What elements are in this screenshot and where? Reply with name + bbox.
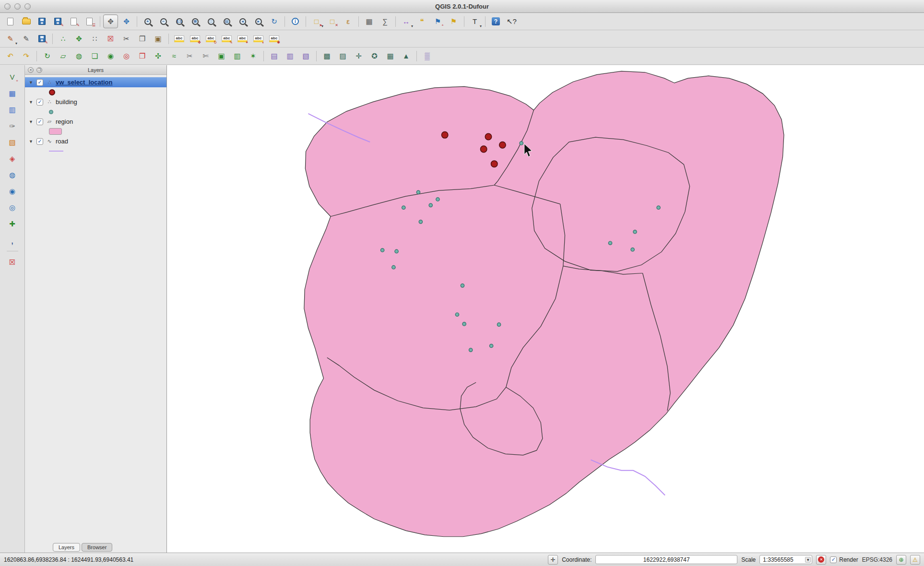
select-by-location-button[interactable]: ▩ bbox=[320, 49, 334, 63]
move-feature-button[interactable]: ✥ bbox=[71, 32, 86, 46]
db-manager-button[interactable]: ▤ bbox=[267, 49, 282, 63]
layer-expand-arrow[interactable]: ▼ bbox=[29, 139, 34, 144]
layer-visibility-checkbox[interactable]: ✓ bbox=[36, 118, 43, 125]
add-raster-layer-button[interactable]: ▦ bbox=[5, 86, 20, 100]
undo-button[interactable]: ↶ bbox=[3, 49, 18, 63]
add-spatialite-layer-button[interactable]: ✑ bbox=[5, 119, 20, 133]
show-bookmarks-button[interactable]: ⚑ bbox=[446, 14, 461, 28]
zoom-in-button[interactable]: + bbox=[140, 14, 155, 28]
mouse-position-toggle-button[interactable]: ✛ bbox=[548, 555, 558, 565]
coordinate-capture-button[interactable]: ✛ bbox=[351, 49, 366, 63]
map-svg[interactable] bbox=[167, 65, 924, 553]
scale-combo[interactable]: 1:33565585 ▾ bbox=[759, 555, 812, 564]
map-tips-button[interactable]: ❝ bbox=[415, 14, 429, 28]
new-print-composer-button[interactable]: ✎ bbox=[66, 14, 81, 28]
new-bookmark-button[interactable]: ⚑+ bbox=[430, 14, 445, 28]
topology-checker-button[interactable]: ▧ bbox=[298, 49, 313, 63]
layer-item-road[interactable]: ▼✓∿road bbox=[25, 136, 166, 146]
open-attribute-table-button[interactable]: ▦ bbox=[362, 14, 377, 28]
add-wcs-layer-button[interactable]: ◉ bbox=[5, 184, 20, 198]
pan-map-button[interactable]: ✥ bbox=[103, 14, 118, 28]
layer-item-building[interactable]: ▼✓∴building bbox=[25, 97, 166, 107]
pan-to-selection-button[interactable]: ✥ bbox=[119, 14, 134, 28]
add-mssql-layer-button[interactable]: ▧ bbox=[5, 135, 20, 149]
field-calculator-button[interactable]: ∑ bbox=[378, 14, 392, 28]
node-tool-button[interactable]: ∷ bbox=[87, 32, 102, 46]
current-edits-button[interactable]: ✎▾ bbox=[3, 32, 18, 46]
refresh-map-button[interactable]: ↻ bbox=[267, 14, 282, 28]
cut-features-button[interactable]: ✂ bbox=[119, 32, 134, 46]
layer-expand-arrow[interactable]: ▼ bbox=[29, 100, 34, 105]
layer-item-region[interactable]: ▼✓▱region bbox=[25, 117, 166, 127]
current-edits-dropdown-arrow[interactable]: ▾ bbox=[15, 41, 17, 46]
new-shapefile-layer-button[interactable]: ✚ bbox=[5, 217, 20, 231]
identify-features-button[interactable]: i bbox=[288, 14, 303, 28]
add-delimited-text-layer-button[interactable]: , bbox=[5, 233, 20, 247]
add-vector-layer-button[interactable]: V+ bbox=[5, 70, 20, 84]
spatial-query-button[interactable]: ▨ bbox=[335, 49, 350, 63]
layer-item-vw_select_location[interactable]: ▼✓∴vw_select_location bbox=[25, 77, 166, 87]
toggle-editing-button[interactable]: ✎ bbox=[19, 32, 34, 46]
add-wfs-layer-button[interactable]: ◎ bbox=[5, 200, 20, 214]
remove-layer-button[interactable]: ☒ bbox=[5, 255, 20, 269]
save-layer-edits-button[interactable]: ✎ bbox=[35, 32, 49, 46]
layer-expand-arrow[interactable]: ▼ bbox=[29, 119, 34, 124]
log-messages-button[interactable]: ⚠ bbox=[910, 555, 920, 565]
label-properties-button[interactable]: abc✱ bbox=[267, 32, 282, 46]
save-project-button[interactable] bbox=[35, 14, 49, 28]
split-features-button[interactable]: ✂ bbox=[182, 49, 197, 63]
composer-manager-button[interactable]: ☰ bbox=[82, 14, 97, 28]
select-by-expression-button[interactable]: ε bbox=[341, 14, 355, 28]
move-label-button[interactable]: abc✥ bbox=[188, 32, 202, 46]
pin-unpin-labels-button[interactable]: abc✦ bbox=[235, 32, 250, 46]
simplify-feature-button[interactable]: ▱ bbox=[56, 49, 71, 63]
coordinate-input[interactable] bbox=[595, 555, 737, 564]
measure-dropdown-arrow[interactable]: ▾ bbox=[411, 24, 413, 28]
new-project-button[interactable] bbox=[3, 14, 18, 28]
panel-close-icon[interactable]: ✕ bbox=[28, 67, 34, 73]
stop-render-button[interactable]: ✕ bbox=[816, 555, 826, 565]
add-wms-layer-button[interactable]: ◍ bbox=[5, 168, 20, 182]
split-parts-button[interactable]: ✄ bbox=[198, 49, 213, 63]
panel-float-icon[interactable]: ❐ bbox=[36, 67, 42, 73]
save-project-as-button[interactable]: ✎ bbox=[50, 14, 65, 28]
layer-visibility-checkbox[interactable]: ✓ bbox=[36, 79, 43, 86]
render-checkbox-box[interactable]: ✓ bbox=[830, 556, 837, 563]
open-project-button[interactable] bbox=[19, 14, 34, 28]
zoom-out-button[interactable]: − bbox=[156, 14, 171, 28]
add-postgis-layer-button[interactable]: ▥ bbox=[5, 103, 20, 117]
redo-button[interactable]: ↷ bbox=[19, 49, 34, 63]
paste-features-button[interactable]: ▣ bbox=[151, 32, 166, 46]
deselect-features-button[interactable]: □✕ bbox=[325, 14, 340, 28]
chevron-down-icon[interactable]: ▾ bbox=[805, 557, 811, 563]
help-contents-button[interactable]: ? bbox=[488, 14, 503, 28]
layer-visibility-checkbox[interactable]: ✓ bbox=[36, 138, 43, 145]
zoom-window-button[interactable] bbox=[24, 3, 31, 10]
rotate-point-symbols-button[interactable]: ✶ bbox=[246, 49, 261, 63]
add-oracle-layer-button[interactable]: ◈ bbox=[5, 152, 20, 165]
close-button[interactable] bbox=[4, 3, 11, 10]
minimize-button[interactable] bbox=[14, 3, 21, 10]
select-features-button[interactable]: □➤▾ bbox=[309, 14, 324, 28]
labeling-button[interactable]: abc bbox=[172, 32, 187, 46]
raster-terrain-analysis-button[interactable]: ▲ bbox=[399, 49, 414, 63]
merge-selected-features-button[interactable]: ▣ bbox=[214, 49, 229, 63]
panel-tab-layers[interactable]: Layers bbox=[53, 543, 80, 552]
offline-editing-button[interactable]: ▥ bbox=[283, 49, 297, 63]
change-label-button[interactable]: abc✎ bbox=[219, 32, 234, 46]
whats-this-button[interactable]: ↖? bbox=[504, 14, 519, 28]
panel-tab-browser[interactable]: Browser bbox=[82, 543, 112, 552]
add-part-button[interactable]: ❏ bbox=[87, 49, 102, 63]
text-annotation-dropdown-arrow[interactable]: ▾ bbox=[480, 24, 482, 28]
show-hide-labels-button[interactable]: abc◐ bbox=[251, 32, 266, 46]
text-annotation-button[interactable]: T▾ bbox=[467, 14, 482, 28]
merge-attributes-button[interactable]: ▥ bbox=[230, 49, 245, 63]
gps-tools-button[interactable]: ✪ bbox=[367, 49, 382, 63]
measure-button[interactable]: ↔▾ bbox=[399, 14, 414, 28]
add-feature-button[interactable]: ∴ bbox=[56, 32, 71, 46]
zoom-native-button[interactable]: 1:1 bbox=[172, 14, 187, 28]
render-checkbox[interactable]: ✓ Render bbox=[830, 556, 858, 563]
zoom-to-selection-button[interactable]: □ bbox=[203, 14, 218, 28]
zoom-last-button[interactable]: ◂ bbox=[235, 14, 250, 28]
map-canvas[interactable] bbox=[167, 65, 924, 553]
